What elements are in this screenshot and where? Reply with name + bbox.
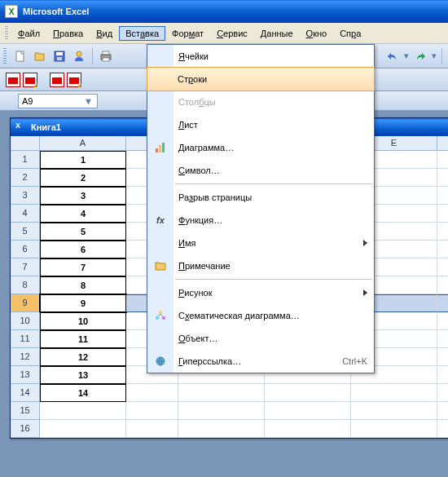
row-header[interactable]: 3 [11, 187, 40, 205]
cell[interactable] [40, 402, 126, 420]
cell[interactable] [437, 348, 448, 366]
undo-button[interactable] [384, 47, 402, 65]
menu-object[interactable]: Объект… [147, 327, 374, 350]
row-header[interactable]: 7 [11, 258, 40, 276]
cell[interactable]: 4 [40, 205, 126, 223]
row-header[interactable]: 13 [11, 366, 40, 384]
cell[interactable]: 3 [40, 187, 126, 205]
cell[interactable]: 11 [40, 330, 126, 348]
menu-data[interactable]: Данные [254, 26, 300, 41]
menu-tools[interactable]: Сервис [210, 26, 254, 41]
new-button[interactable] [11, 47, 29, 65]
cell[interactable] [437, 258, 448, 276]
name-box[interactable]: A9 ▼ [18, 94, 98, 108]
select-all-corner[interactable] [11, 136, 40, 151]
row-header[interactable]: 4 [11, 205, 40, 223]
cell[interactable]: 14 [40, 384, 126, 402]
menu-comment[interactable]: Примечание [147, 254, 374, 277]
print-button[interactable] [97, 47, 115, 65]
cell[interactable] [437, 187, 448, 205]
open-button[interactable] [31, 47, 49, 65]
row-header[interactable]: 6 [11, 241, 40, 258]
row-header[interactable]: 2 [11, 169, 40, 187]
menu-format[interactable]: Формат [165, 26, 210, 41]
cell[interactable] [178, 402, 265, 420]
undo-dropdown[interactable]: ▾ [404, 51, 409, 61]
cell[interactable]: 8 [40, 276, 126, 294]
cell[interactable] [178, 420, 265, 438]
row-header[interactable]: 5 [11, 223, 40, 241]
cell[interactable] [265, 420, 351, 438]
row-header[interactable]: 12 [11, 348, 40, 366]
cell[interactable] [437, 366, 448, 384]
cell[interactable] [126, 420, 178, 438]
row-header[interactable]: 8 [11, 276, 40, 294]
menu-symbol[interactable]: Символ… [147, 159, 374, 182]
pdf-icon[interactable] [50, 73, 64, 87]
cell[interactable]: 1 [40, 151, 126, 169]
cell[interactable] [351, 384, 437, 402]
cell[interactable] [437, 384, 448, 402]
row-header[interactable]: 15 [11, 402, 40, 420]
pdf-edit-icon[interactable] [23, 73, 37, 87]
menubar-grip[interactable] [5, 26, 8, 41]
row-header[interactable]: 14 [11, 384, 40, 402]
cell[interactable] [437, 420, 448, 438]
menu-view[interactable]: Вид [90, 26, 119, 41]
cell[interactable] [437, 223, 448, 241]
pdf-icon[interactable] [6, 73, 20, 87]
menu-edit[interactable]: Правка [46, 26, 90, 41]
menu-file[interactable]: Файл [11, 26, 46, 41]
cell[interactable] [40, 420, 126, 438]
cell[interactable] [126, 384, 178, 402]
cell[interactable] [437, 169, 448, 187]
redo-button[interactable] [411, 47, 429, 65]
cell[interactable]: 9 [40, 294, 126, 312]
menu-picture[interactable]: Рисунок [147, 281, 374, 304]
cell[interactable]: 2 [40, 169, 126, 187]
cell[interactable] [437, 151, 448, 169]
menu-columns[interactable]: Столбцы [147, 91, 374, 113]
redo-dropdown[interactable]: ▾ [432, 51, 437, 61]
cell[interactable]: 12 [40, 348, 126, 366]
menu-rows[interactable]: Строки [147, 67, 375, 91]
name-box-dropdown-icon[interactable]: ▼ [84, 96, 94, 106]
pdf-edit-icon[interactable] [67, 73, 81, 87]
cell[interactable]: 10 [40, 312, 126, 330]
row-header[interactable]: 11 [11, 330, 40, 348]
column-header[interactable]: A [40, 136, 126, 151]
menu-cells[interactable]: Ячейки [147, 45, 374, 68]
column-header[interactable]: F [437, 136, 448, 151]
cell[interactable] [265, 384, 351, 402]
menu-help[interactable]: Спра [333, 26, 367, 41]
cell[interactable] [265, 402, 351, 420]
cell[interactable] [178, 384, 265, 402]
menu-insert[interactable]: Вставка [119, 26, 165, 41]
cell[interactable] [126, 402, 178, 420]
save-button[interactable] [51, 47, 68, 65]
menu-worksheet[interactable]: Лист [147, 113, 374, 136]
menu-hyperlink[interactable]: Гиперссылка… Ctrl+K [147, 350, 374, 373]
menu-chart[interactable]: Диаграмма… [147, 136, 374, 159]
row-header[interactable]: 1 [11, 151, 40, 169]
menu-function[interactable]: fx Функция… [147, 209, 374, 232]
menu-pagebreak[interactable]: Разрыв страницы [147, 186, 374, 209]
cell[interactable] [437, 312, 448, 330]
cell[interactable] [437, 241, 448, 258]
menu-name[interactable]: Имя [147, 232, 374, 254]
menu-diagram[interactable]: Схематическая диаграмма… [147, 304, 374, 327]
row-header[interactable]: 9 [11, 294, 40, 312]
row-header[interactable]: 16 [11, 420, 40, 438]
cell[interactable]: 7 [40, 258, 126, 276]
cell[interactable] [351, 402, 437, 420]
menu-window[interactable]: Окно [300, 26, 334, 41]
cell[interactable] [437, 276, 448, 294]
cell[interactable] [437, 294, 448, 312]
cell[interactable] [437, 402, 448, 420]
cell[interactable] [437, 205, 448, 223]
cell[interactable] [437, 330, 448, 348]
row-header[interactable]: 10 [11, 312, 40, 330]
toolbar-grip[interactable] [3, 48, 7, 64]
permission-button[interactable] [70, 47, 88, 65]
cell[interactable] [351, 420, 437, 438]
